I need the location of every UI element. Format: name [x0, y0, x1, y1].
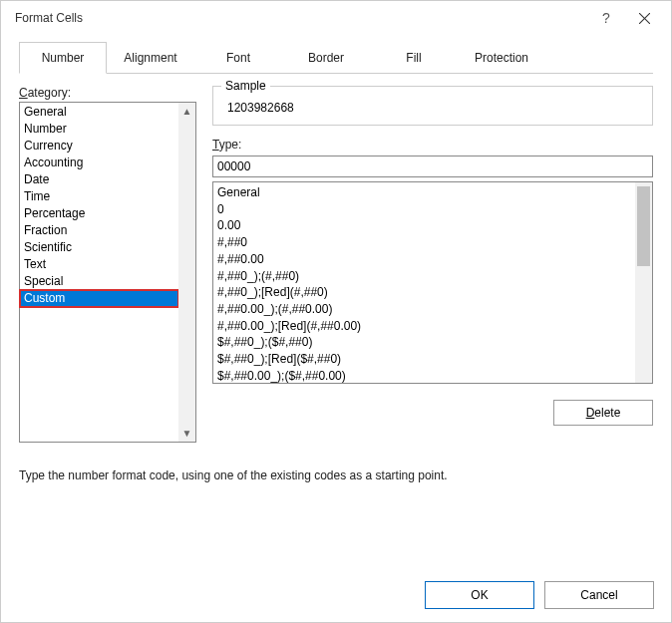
- tab-border[interactable]: Border: [282, 42, 370, 74]
- sample-value: 1203982668: [223, 101, 642, 115]
- type-option[interactable]: #,##0: [217, 234, 648, 251]
- help-button[interactable]: ?: [589, 2, 623, 34]
- sample-label: Sample: [221, 79, 270, 93]
- tab-number[interactable]: Number: [19, 42, 107, 74]
- type-option[interactable]: #,##0.00_);(#,##0.00): [217, 301, 648, 318]
- type-option[interactable]: $#,##0_);($#,##0): [217, 334, 648, 351]
- category-item-custom[interactable]: Custom: [20, 290, 178, 307]
- category-item-text[interactable]: Text: [20, 256, 195, 273]
- dialog-content: Number Alignment Font Border Fill Protec…: [1, 35, 671, 498]
- category-label: Category:: [19, 86, 196, 100]
- hint-text: Type the number format code, using one o…: [19, 468, 653, 482]
- titlebar: Format Cells ?: [1, 1, 671, 35]
- close-button[interactable]: [627, 2, 661, 34]
- category-item-general[interactable]: General: [20, 104, 195, 121]
- type-list[interactable]: General 0 0.00 #,##0 #,##0.00 #,##0_);(#…: [212, 181, 653, 384]
- category-item-scientific[interactable]: Scientific: [20, 239, 195, 256]
- category-scrollbar[interactable]: ▲ ▼: [178, 103, 195, 442]
- tab-bar: Number Alignment Font Border Fill Protec…: [19, 41, 653, 74]
- category-item-currency[interactable]: Currency: [20, 138, 195, 155]
- category-item-percentage[interactable]: Percentage: [20, 205, 195, 222]
- type-option[interactable]: $#,##0_);[Red]($#,##0): [217, 351, 648, 368]
- category-item-number[interactable]: Number: [20, 121, 195, 138]
- cancel-button[interactable]: Cancel: [544, 581, 654, 609]
- window-title: Format Cells: [15, 11, 589, 25]
- type-option[interactable]: $#,##0.00_);($#,##0.00): [217, 368, 648, 384]
- type-label: Type:: [212, 138, 653, 152]
- category-item-accounting[interactable]: Accounting: [20, 155, 195, 171]
- delete-button[interactable]: Delete: [553, 400, 653, 426]
- tab-fill[interactable]: Fill: [370, 42, 458, 74]
- category-item-fraction[interactable]: Fraction: [20, 222, 195, 239]
- type-option[interactable]: #,##0.00_);[Red](#,##0.00): [217, 318, 648, 335]
- type-option[interactable]: 0: [217, 201, 648, 218]
- sample-fieldset: Sample 1203982668: [212, 86, 653, 126]
- category-list[interactable]: General Number Currency Accounting Date …: [19, 102, 196, 443]
- scrollbar-thumb[interactable]: [637, 186, 650, 266]
- dialog-footer: OK Cancel: [425, 581, 654, 609]
- category-item-time[interactable]: Time: [20, 188, 195, 205]
- type-option[interactable]: #,##0.00: [217, 251, 648, 268]
- type-scrollbar[interactable]: [635, 182, 652, 383]
- category-item-date[interactable]: Date: [20, 171, 195, 188]
- close-icon: [639, 13, 650, 24]
- type-option[interactable]: #,##0_);(#,##0): [217, 268, 648, 285]
- type-input[interactable]: [212, 156, 653, 177]
- type-option[interactable]: #,##0_);[Red](#,##0): [217, 284, 648, 301]
- type-option[interactable]: 0.00: [217, 217, 648, 234]
- tab-protection[interactable]: Protection: [458, 42, 545, 74]
- category-item-special[interactable]: Special: [20, 273, 195, 290]
- tab-font[interactable]: Font: [194, 42, 282, 74]
- type-option[interactable]: General: [217, 184, 648, 201]
- scroll-up-icon: ▲: [182, 106, 192, 117]
- scroll-down-icon: ▼: [182, 428, 192, 439]
- tab-alignment[interactable]: Alignment: [107, 42, 194, 74]
- ok-button[interactable]: OK: [425, 581, 534, 609]
